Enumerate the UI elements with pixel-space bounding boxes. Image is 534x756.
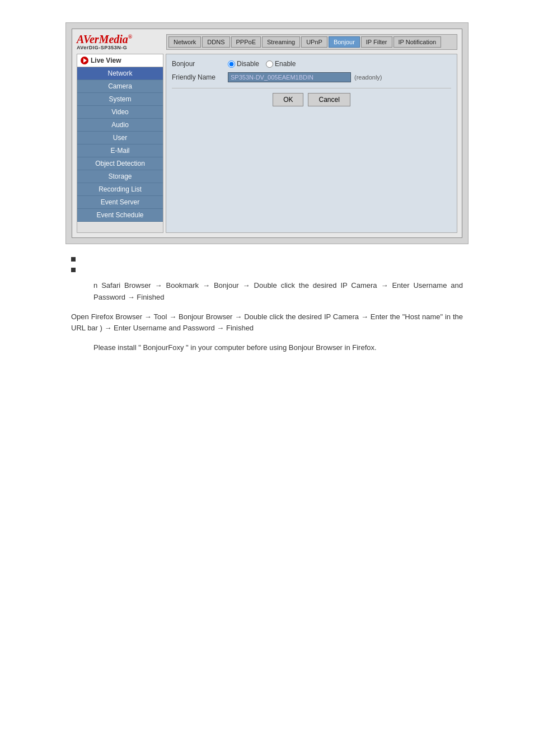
bonjour-section: Bonjour Disable Enable xyxy=(172,60,451,82)
logo-area: AVerMedia® AVerDIG-SP353N-G xyxy=(77,34,166,50)
sidebar-item-event-schedule[interactable]: Event Schedule xyxy=(77,209,163,222)
bullet-item-2 xyxy=(71,266,463,274)
sidebar-item-storage[interactable]: Storage xyxy=(77,170,163,183)
sidebar-live-view-label: Live View xyxy=(91,57,121,64)
bonjourfoxy-paragraph: Please install " BonjourFoxy " in your c… xyxy=(93,342,463,354)
sidebar-item-video[interactable]: Video xyxy=(77,106,163,119)
sidebar-item-network[interactable]: Network xyxy=(77,67,163,80)
sidebar-item-system[interactable]: System xyxy=(77,93,163,106)
sidebar-item-camera[interactable]: Camera xyxy=(77,80,163,93)
cancel-button[interactable]: Cancel xyxy=(308,93,350,106)
app-inner: AVerMedia® AVerDIG-SP353N-G Network DDNS… xyxy=(72,29,462,238)
radio-group: Disable Enable xyxy=(228,60,296,68)
sidebar-item-object-detection[interactable]: Object Detection xyxy=(77,157,163,170)
tab-bar: Network DDNS PPPoE Streaming UPnP Bonjou… xyxy=(166,34,457,50)
tab-ip-notification[interactable]: IP Notification xyxy=(394,36,442,48)
bonjour-label: Bonjour xyxy=(172,60,228,68)
logo-brand: AVerMedia® xyxy=(77,34,166,45)
tab-pppoe[interactable]: PPPoE xyxy=(231,36,261,48)
disable-label: Disable xyxy=(237,60,259,68)
friendly-name-input[interactable] xyxy=(228,72,351,82)
sidebar: Live View Network Camera System Video Au… xyxy=(77,54,163,233)
logo-model: AVerDIG-SP353N-G xyxy=(77,45,166,50)
sidebar-item-email[interactable]: E-Mail xyxy=(77,144,163,157)
tab-bonjour[interactable]: Bonjour xyxy=(329,36,360,48)
text-content-area: n Safari Browser → Bookmark → Bonjour → … xyxy=(65,255,469,354)
main-body: Live View Network Camera System Video Au… xyxy=(77,54,457,233)
bullet-item-1 xyxy=(71,255,463,264)
disable-radio[interactable] xyxy=(228,60,235,68)
sidebar-item-audio[interactable]: Audio xyxy=(77,119,163,132)
ok-button[interactable]: OK xyxy=(273,93,303,106)
friendly-name-label: Friendly Name xyxy=(172,73,228,81)
tab-ip-filter[interactable]: IP Filter xyxy=(361,36,392,48)
enable-option[interactable]: Enable xyxy=(266,60,296,68)
app-container: AVerMedia® AVerDIG-SP353N-G Network DDNS… xyxy=(65,22,469,244)
bullet-text-1 xyxy=(80,255,82,264)
bullet-text-2 xyxy=(80,266,82,274)
footer-buttons: OK Cancel xyxy=(172,88,451,106)
friendly-name-row: Friendly Name (readonly) xyxy=(172,72,451,82)
content-area: Bonjour Disable Enable xyxy=(166,54,457,233)
tab-streaming[interactable]: Streaming xyxy=(262,36,300,48)
bonjour-row: Bonjour Disable Enable xyxy=(172,60,451,68)
safari-paragraph: n Safari Browser → Bookmark → Bonjour → … xyxy=(93,280,463,304)
readonly-label: (readonly) xyxy=(354,74,382,81)
tab-upnp[interactable]: UPnP xyxy=(301,36,327,48)
sidebar-live-view[interactable]: Live View xyxy=(77,54,163,67)
header-row: AVerMedia® AVerDIG-SP353N-G Network DDNS… xyxy=(77,34,457,50)
disable-option[interactable]: Disable xyxy=(228,60,259,68)
sidebar-item-event-server[interactable]: Event Server xyxy=(77,196,163,209)
bullet-square-1 xyxy=(71,257,76,262)
tab-network[interactable]: Network xyxy=(168,36,201,48)
enable-radio[interactable] xyxy=(266,60,273,68)
enable-label: Enable xyxy=(275,60,296,68)
bullet-list xyxy=(71,255,463,274)
firefox-paragraph: Open Firefox Browser → Tool → Bonjour Br… xyxy=(71,311,463,335)
sidebar-item-user[interactable]: User xyxy=(77,132,163,144)
bullet-square-2 xyxy=(71,268,76,272)
sidebar-item-recording-list[interactable]: Recording List xyxy=(77,183,163,196)
live-view-icon xyxy=(81,57,88,64)
tab-ddns[interactable]: DDNS xyxy=(202,36,229,48)
